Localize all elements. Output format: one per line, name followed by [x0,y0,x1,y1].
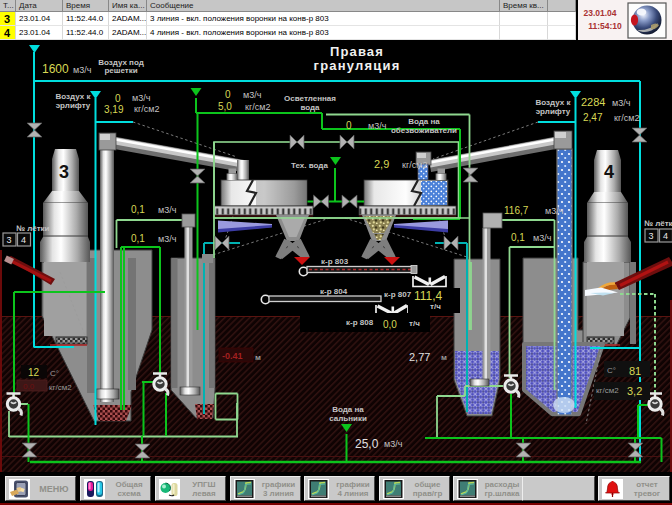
svg-text:Вода на: Вода на [408,117,440,126]
svg-text:к-р 804: к-р 804 [320,287,348,296]
svg-text:0,0: 0,0 [383,319,397,330]
svg-text:№ лётки: № лётки [16,224,50,233]
svg-text:эрлифту: эрлифту [56,101,91,110]
svg-text:81: 81 [629,365,641,377]
svg-text:м3/ч: м3/ч [612,98,631,108]
svg-text:т/ч: т/ч [430,302,441,311]
svg-text:м3/ч: м3/ч [384,439,403,449]
svg-text:кг/см2: кг/см2 [402,160,427,170]
svg-text:решетки: решетки [104,66,137,75]
svg-text:3: 3 [649,231,654,241]
svg-text:обезвоживатели: обезвоживатели [391,126,457,135]
svg-text:0,1: 0,1 [131,233,145,244]
svg-text:0: 0 [115,93,121,104]
svg-text:111,4: 111,4 [414,289,443,303]
svg-text:3,19: 3,19 [104,104,124,115]
svg-text:м3/ч: м3/ч [533,233,552,243]
svg-text:2284: 2284 [581,96,605,108]
svg-text:кг/см2: кг/см2 [49,383,72,392]
svg-text:0,0: 0,0 [23,382,35,391]
svg-text:м3/ч: м3/ч [158,205,177,215]
svg-text:2,77: 2,77 [409,351,430,363]
svg-text:кг/см2: кг/см2 [614,113,639,123]
svg-text:м3/ч: м3/ч [132,93,151,103]
svg-text:Воздух к: Воздух к [536,98,572,107]
svg-text:к-р 808: к-р 808 [346,318,374,327]
svg-text:эрлифту: эрлифту [536,107,571,116]
svg-text:-0.41: -0.41 [222,351,243,361]
svg-text:2,9: 2,9 [374,158,389,170]
svg-text:м3/ч: м3/ч [545,206,564,216]
svg-text:т/ч: т/ч [409,319,420,328]
svg-text:116,7: 116,7 [504,205,529,216]
svg-text:м: м [255,353,261,362]
svg-text:0: 0 [225,89,231,100]
svg-text:2,47: 2,47 [583,112,603,123]
svg-text:м: м [441,353,447,362]
svg-text:сальники: сальники [329,414,367,423]
svg-text:С°: С° [607,366,616,375]
svg-text:0: 0 [346,120,352,131]
svg-text:Воздух к: Воздух к [56,92,92,101]
svg-text:м3/ч: м3/ч [73,65,92,75]
svg-text:4: 4 [663,231,668,241]
svg-text:12: 12 [28,367,40,378]
svg-text:Осветленная: Осветленная [284,94,336,103]
svg-text:3: 3 [59,162,69,182]
svg-text:С°: С° [50,369,59,378]
svg-text:1600: 1600 [42,62,69,76]
svg-text:Вода на: Вода на [332,405,364,414]
svg-text:кг/см2: кг/см2 [596,386,619,395]
svg-text:3,2: 3,2 [627,385,642,397]
svg-text:кг/см2: кг/см2 [245,102,270,112]
svg-text:4: 4 [604,162,614,182]
svg-text:вода: вода [300,103,320,112]
svg-text:грануляция: грануляция [314,58,401,73]
svg-text:м3/ч: м3/ч [368,121,387,131]
svg-text:м3/ч: м3/ч [158,234,177,244]
svg-text:4: 4 [21,235,26,245]
svg-text:0,1: 0,1 [131,204,145,215]
svg-text:0,1: 0,1 [511,232,525,243]
svg-text:кг/см2: кг/см2 [134,104,159,114]
svg-text:3: 3 [7,235,12,245]
svg-text:№ лётки: № лётки [644,219,672,228]
svg-text:к-р 803: к-р 803 [321,257,349,266]
svg-text:Тех. вода: Тех. вода [291,161,328,170]
svg-text:м3/ч: м3/ч [243,90,262,100]
svg-text:25,0: 25,0 [355,437,379,451]
svg-text:5,0: 5,0 [218,101,232,112]
svg-text:к-р 807: к-р 807 [384,290,412,299]
